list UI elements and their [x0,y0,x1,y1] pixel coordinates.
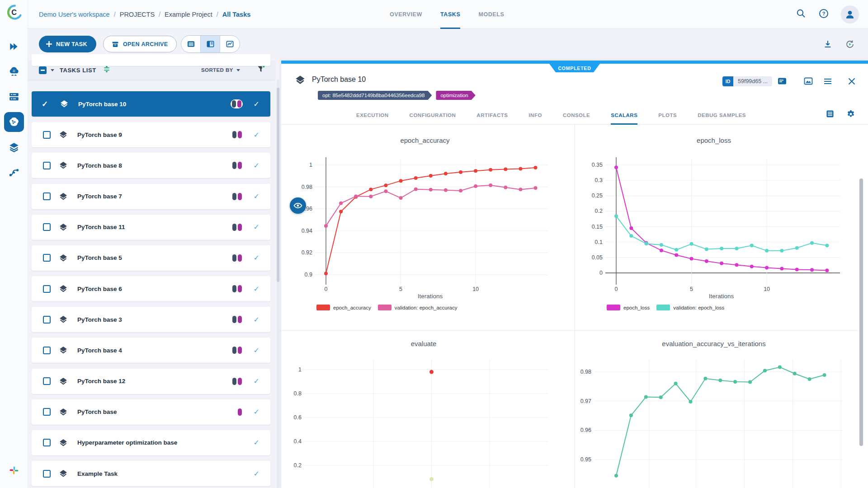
nav-tab-models[interactable]: MODELS [478,0,504,29]
task-name: PyTorch base [77,408,238,415]
nav-tab-overview[interactable]: OVERVIEW [390,0,422,29]
image-icon[interactable] [803,76,813,86]
menu-icon[interactable] [823,76,833,86]
chart-evaluation_accuracy_vs_iterations[interactable]: evaluation_accuracy_vs_iterations0.980.9… [575,330,868,488]
task-tag[interactable]: optimization [436,91,475,100]
sorted-by-control[interactable]: SORTED BY [201,67,240,73]
svg-text:0.15: 0.15 [592,224,603,230]
task-row[interactable]: Hyperparameter optimization base✓ [32,430,270,455]
row-checkbox[interactable] [43,408,51,416]
detail-tab-artifacts[interactable]: ARTIFACTS [476,106,508,125]
sorted-by-caret-icon [236,69,240,71]
row-checkbox[interactable] [43,162,51,169]
metrics-table-icon[interactable] [826,109,835,120]
comment-icon[interactable] [777,76,787,86]
split-view-toggle[interactable] [201,36,220,52]
new-task-button[interactable]: NEW TASK [39,36,96,52]
task-row[interactable]: PyTorch base✓ [32,399,270,425]
task-row[interactable]: PyTorch base 6✓ [32,276,270,301]
row-checkbox[interactable] [43,192,51,200]
pipelines-icon[interactable] [8,167,20,178]
detail-tab-info[interactable]: INFO [528,106,542,125]
detail-tab-debug-samples[interactable]: DEBUG SAMPLES [698,106,746,125]
select-all-caret-icon[interactable] [51,69,54,71]
task-tag-pills [232,193,242,200]
settings-gear-icon[interactable] [846,109,855,120]
status-top-bar [281,61,868,64]
task-tag-pills [232,378,242,385]
detail-scrollbar[interactable] [859,178,863,446]
task-row[interactable]: PyTorch base 3✓ [32,307,270,332]
task-row[interactable]: PyTorch base 4✓ [32,338,270,363]
legend-item[interactable]: validation: epoch_loss [656,305,724,310]
tag-pill-dark [232,316,236,323]
slack-icon[interactable] [8,465,20,476]
row-checkbox[interactable] [43,254,51,262]
row-checkbox[interactable] [43,285,51,293]
help-icon[interactable]: ? [818,8,829,21]
task-row[interactable]: PyTorch base 8✓ [32,153,270,178]
task-row[interactable]: PyTorch base 12✓ [32,369,270,394]
close-icon[interactable] [847,76,857,86]
task-row[interactable]: PyTorch base 5✓ [32,245,270,271]
task-row[interactable]: Example Task✓ [32,461,270,486]
cloud-autoscale-icon[interactable] [8,66,20,77]
detail-tab-scalars[interactable]: SCALARS [611,106,637,125]
adjust-list-icon[interactable] [103,65,111,75]
breadcrumb-project[interactable]: Example Project [165,11,212,18]
detail-tab-plots[interactable]: PLOTS [658,106,677,125]
legend-item[interactable]: validation: epoch_accuracy [378,305,458,310]
breadcrumb-current: All Tasks [222,11,251,18]
datasets-icon[interactable] [8,141,20,153]
download-icon[interactable] [823,39,833,51]
svg-text:C: C [11,8,17,16]
auto-refresh-icon[interactable] [844,39,855,52]
task-row[interactable]: PyTorch base 11✓ [32,215,270,240]
experiment-type-icon [59,253,68,263]
nav-tab-tasks[interactable]: TASKS [440,0,460,29]
task-row[interactable]: ✓PyTorch base 10✓ [32,91,270,117]
task-tag[interactable]: opt: 85e5482ddd7149b8ba0446356eedca98 [318,91,432,100]
chart-view-toggle[interactable] [220,36,240,52]
expand-sidebar-icon[interactable] [8,41,20,52]
experiment-type-icon [59,346,68,355]
row-checkbox[interactable] [43,470,51,478]
task-name: PyTorch base 9 [77,131,232,138]
chart-epoch_accuracy[interactable]: epoch_accuracy10.980.960.940.920.90510It… [281,125,575,330]
detail-tab-console[interactable]: CONSOLE [563,106,590,125]
task-status-check-icon: ✓ [254,253,259,262]
id-value[interactable]: 59f99d65 ... [733,76,772,86]
chart-evaluate[interactable]: evaluate10.80.60.40.2 [281,330,575,488]
task-name: PyTorch base 11 [77,224,232,230]
detail-tab-configuration[interactable]: CONFIGURATION [410,106,456,125]
detail-tab-execution[interactable]: EXECUTION [356,106,389,125]
tag-pill-magenta [238,408,242,416]
legend-item[interactable]: epoch_accuracy [316,305,371,310]
row-checkbox[interactable] [43,439,51,446]
view-toggle-group [181,35,240,53]
task-row[interactable]: PyTorch base 9✓ [32,122,270,147]
workers-queues-icon[interactable] [8,91,20,103]
row-checkbox[interactable] [43,223,51,231]
chart-epoch_loss[interactable]: epoch_loss0.350.30.250.20.150.10.0500510… [575,125,868,330]
tasks-list-scrollbar[interactable] [277,80,279,488]
experiment-type-icon [59,469,68,478]
hide-metrics-eye-button[interactable] [290,197,306,214]
row-checkbox[interactable] [43,131,51,139]
legend-item[interactable]: epoch_loss [607,305,650,310]
projects-icon[interactable] [4,112,24,132]
row-checkbox[interactable] [43,377,51,385]
row-checkbox[interactable] [43,347,51,354]
user-avatar[interactable] [841,5,859,23]
breadcrumb-workspace[interactable]: Demo User's workspace [39,11,110,18]
breadcrumb-projects[interactable]: PROJECTS [120,11,155,18]
open-archive-button[interactable]: OPEN ARCHIVE [103,36,177,52]
clearml-logo[interactable]: C [4,2,24,22]
row-checkbox[interactable] [43,316,51,324]
task-row[interactable]: PyTorch base 7✓ [32,184,270,209]
row-selected-check-icon[interactable]: ✓ [42,99,52,109]
task-status-check-icon: ✓ [254,100,259,108]
select-all-checkbox[interactable] [39,66,47,74]
search-icon[interactable] [796,8,807,21]
table-view-toggle[interactable] [181,36,201,52]
